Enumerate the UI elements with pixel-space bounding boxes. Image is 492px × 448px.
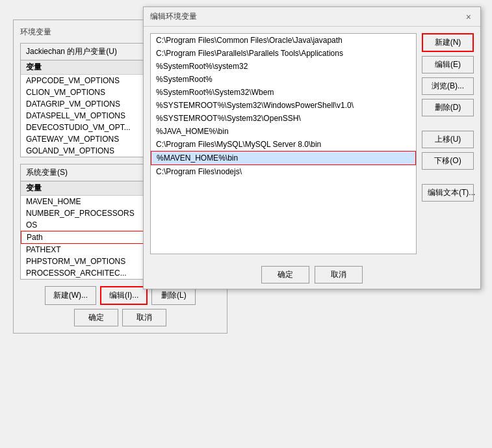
- path-item-3[interactable]: %SystemRoot%\system32: [151, 60, 416, 73]
- user-column-header: 变量: [26, 62, 42, 73]
- modal-delete-button[interactable]: 删除(D): [422, 99, 474, 116]
- modal-action-buttons: 新建(N) 编辑(E) 浏览(B)... 删除(D) 上移(U) 下移(O) 编…: [422, 33, 474, 254]
- path-item-5[interactable]: %SystemRoot%\System32\Wbem: [151, 86, 416, 99]
- path-item-6[interactable]: %SYSTEMROOT%\System32\WindowsPowerShell\…: [151, 99, 416, 112]
- modal-move-down-button[interactable]: 下移(O): [422, 152, 474, 170]
- bg-ok-button[interactable]: 确定: [74, 309, 118, 326]
- modal-title: 编辑环境变量: [150, 11, 197, 22]
- bg-cancel-button[interactable]: 取消: [122, 309, 166, 326]
- modal-ok-button[interactable]: 确定: [261, 266, 309, 283]
- modal-body: C:\Program Files\Common Files\Oracle\Jav…: [144, 27, 480, 261]
- modal-cancel-button[interactable]: 取消: [315, 266, 363, 283]
- system-column-header: 变量: [26, 183, 42, 194]
- modal-footer: 确定 取消: [144, 261, 480, 289]
- path-item-4[interactable]: %SystemRoot%: [151, 73, 416, 86]
- modal-titlebar: 编辑环境变量 ×: [144, 7, 480, 27]
- edit-system-var-button[interactable]: 编辑(I)...: [100, 286, 148, 305]
- modal-move-up-button[interactable]: 上移(U): [422, 131, 474, 148]
- bg-window-footer-buttons: 确定 取消: [20, 309, 220, 326]
- modal-browse-button[interactable]: 浏览(B)...: [422, 77, 474, 95]
- path-item-8[interactable]: %JAVA_HOME%\bin: [151, 125, 416, 138]
- path-list[interactable]: C:\Program Files\Common Files\Oracle\Jav…: [150, 33, 417, 254]
- new-system-var-button[interactable]: 新建(W)...: [45, 286, 96, 305]
- path-item-2[interactable]: C:\Program Files\Parallels\Parallels Too…: [151, 47, 416, 60]
- modal-close-button[interactable]: ×: [463, 12, 474, 22]
- path-item-10-maven[interactable]: %MAVEN_HOME%\bin: [151, 151, 416, 165]
- modal-edit-text-button[interactable]: 编辑文本(T)...: [422, 184, 474, 202]
- modal-edit-button[interactable]: 编辑(E): [422, 56, 474, 73]
- path-item-1[interactable]: C:\Program Files\Common Files\Oracle\Jav…: [151, 34, 416, 47]
- edit-env-var-dialog: 编辑环境变量 × C:\Program Files\Common Files\O…: [143, 7, 481, 289]
- path-item-7[interactable]: %SYSTEMROOT%\System32\OpenSSH\: [151, 112, 416, 125]
- modal-new-button[interactable]: 新建(N): [422, 33, 474, 52]
- path-item-11[interactable]: C:\Program Files\nodejs\: [151, 165, 416, 178]
- path-item-9[interactable]: C:\Program Files\MySQL\MySQL Server 8.0\…: [151, 138, 416, 151]
